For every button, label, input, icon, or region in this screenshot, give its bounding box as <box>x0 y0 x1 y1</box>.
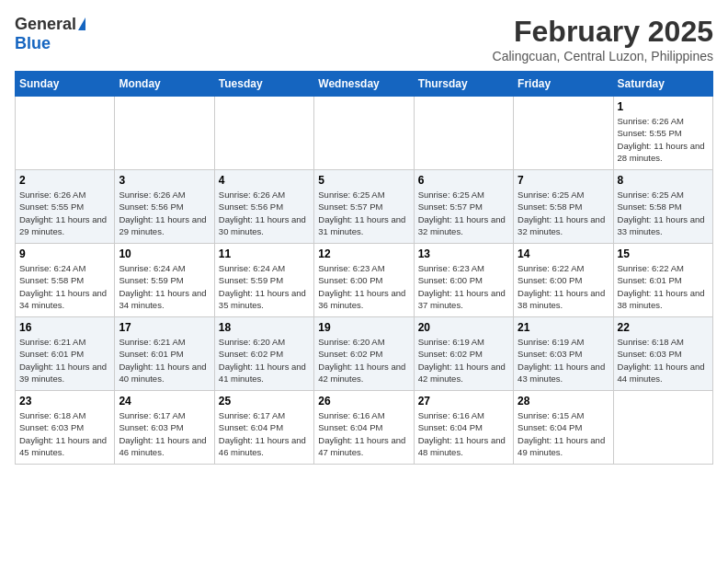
day-number: 21 <box>518 321 609 334</box>
page-header: General Blue February 2025 Calingcuan, C… <box>15 15 713 63</box>
calendar-cell: 6Sunrise: 6:25 AM Sunset: 5:57 PM Daylig… <box>414 170 513 244</box>
calendar-cell: 20Sunrise: 6:19 AM Sunset: 6:02 PM Dayli… <box>414 317 513 391</box>
day-number: 2 <box>19 174 110 187</box>
calendar-cell: 24Sunrise: 6:17 AM Sunset: 6:03 PM Dayli… <box>115 391 214 465</box>
calendar-cell <box>514 97 613 170</box>
month-year-title: February 2025 <box>493 15 713 49</box>
calendar-week-row: 1Sunrise: 6:26 AM Sunset: 5:55 PM Daylig… <box>16 97 713 170</box>
calendar-cell: 1Sunrise: 6:26 AM Sunset: 5:55 PM Daylig… <box>613 97 712 170</box>
calendar-cell: 27Sunrise: 6:16 AM Sunset: 6:04 PM Dayli… <box>414 391 513 465</box>
day-info: Sunrise: 6:25 AM Sunset: 5:58 PM Dayligh… <box>618 189 709 237</box>
day-number: 13 <box>418 247 509 260</box>
day-info: Sunrise: 6:23 AM Sunset: 6:00 PM Dayligh… <box>418 262 509 311</box>
calendar-week-row: 9Sunrise: 6:24 AM Sunset: 5:58 PM Daylig… <box>16 244 713 317</box>
day-number: 15 <box>618 247 709 260</box>
day-info: Sunrise: 6:25 AM Sunset: 5:57 PM Dayligh… <box>418 189 509 237</box>
calendar-cell: 14Sunrise: 6:22 AM Sunset: 6:00 PM Dayli… <box>514 244 613 317</box>
day-info: Sunrise: 6:24 AM Sunset: 5:58 PM Dayligh… <box>19 262 110 311</box>
day-of-week-header: Thursday <box>414 72 513 97</box>
days-of-week-row: SundayMondayTuesdayWednesdayThursdayFrid… <box>16 72 713 97</box>
day-info: Sunrise: 6:21 AM Sunset: 6:01 PM Dayligh… <box>119 336 210 385</box>
day-number: 25 <box>219 395 310 408</box>
day-of-week-header: Saturday <box>613 72 712 97</box>
day-number: 27 <box>418 395 509 408</box>
calendar-table: SundayMondayTuesdayWednesdayThursdayFrid… <box>15 71 713 465</box>
calendar-cell <box>414 97 513 170</box>
day-number: 1 <box>618 100 709 113</box>
day-info: Sunrise: 6:20 AM Sunset: 6:02 PM Dayligh… <box>219 336 310 385</box>
calendar-cell: 25Sunrise: 6:17 AM Sunset: 6:04 PM Dayli… <box>214 391 313 465</box>
day-info: Sunrise: 6:21 AM Sunset: 6:01 PM Dayligh… <box>19 336 110 385</box>
day-of-week-header: Tuesday <box>214 72 313 97</box>
logo-general-text: General <box>15 15 76 34</box>
day-number: 4 <box>219 174 310 187</box>
calendar-cell: 26Sunrise: 6:16 AM Sunset: 6:04 PM Dayli… <box>314 391 414 465</box>
calendar-cell: 15Sunrise: 6:22 AM Sunset: 6:01 PM Dayli… <box>613 244 712 317</box>
calendar-cell: 23Sunrise: 6:18 AM Sunset: 6:03 PM Dayli… <box>16 391 115 465</box>
day-number: 17 <box>119 321 210 334</box>
day-info: Sunrise: 6:22 AM Sunset: 6:00 PM Dayligh… <box>518 262 609 311</box>
calendar-cell: 28Sunrise: 6:15 AM Sunset: 6:04 PM Dayli… <box>514 391 613 465</box>
calendar-cell: 11Sunrise: 6:24 AM Sunset: 5:59 PM Dayli… <box>214 244 313 317</box>
logo-triangle-icon <box>78 17 85 30</box>
day-number: 12 <box>318 247 409 260</box>
calendar-cell: 2Sunrise: 6:26 AM Sunset: 5:55 PM Daylig… <box>16 170 115 244</box>
day-info: Sunrise: 6:25 AM Sunset: 5:57 PM Dayligh… <box>318 189 409 237</box>
day-info: Sunrise: 6:24 AM Sunset: 5:59 PM Dayligh… <box>219 262 310 311</box>
calendar-header: SundayMondayTuesdayWednesdayThursdayFrid… <box>16 72 713 97</box>
day-info: Sunrise: 6:26 AM Sunset: 5:56 PM Dayligh… <box>219 189 310 237</box>
calendar-cell: 4Sunrise: 6:26 AM Sunset: 5:56 PM Daylig… <box>214 170 313 244</box>
calendar-cell: 22Sunrise: 6:18 AM Sunset: 6:03 PM Dayli… <box>613 317 712 391</box>
day-number: 7 <box>518 174 609 187</box>
day-info: Sunrise: 6:15 AM Sunset: 6:04 PM Dayligh… <box>518 409 609 458</box>
day-info: Sunrise: 6:22 AM Sunset: 6:01 PM Dayligh… <box>618 262 709 311</box>
day-info: Sunrise: 6:18 AM Sunset: 6:03 PM Dayligh… <box>19 409 110 458</box>
day-number: 5 <box>318 174 409 187</box>
calendar-cell: 13Sunrise: 6:23 AM Sunset: 6:00 PM Dayli… <box>414 244 513 317</box>
day-number: 3 <box>119 174 210 187</box>
calendar-cell: 9Sunrise: 6:24 AM Sunset: 5:58 PM Daylig… <box>16 244 115 317</box>
day-info: Sunrise: 6:18 AM Sunset: 6:03 PM Dayligh… <box>618 336 709 385</box>
day-info: Sunrise: 6:24 AM Sunset: 5:59 PM Dayligh… <box>119 262 210 311</box>
day-of-week-header: Wednesday <box>314 72 414 97</box>
day-info: Sunrise: 6:26 AM Sunset: 5:55 PM Dayligh… <box>19 189 110 237</box>
day-info: Sunrise: 6:17 AM Sunset: 6:03 PM Dayligh… <box>119 409 210 458</box>
calendar-cell <box>214 97 313 170</box>
day-number: 9 <box>19 247 110 260</box>
day-number: 22 <box>618 321 709 334</box>
day-number: 8 <box>618 174 709 187</box>
day-number: 10 <box>119 247 210 260</box>
day-info: Sunrise: 6:16 AM Sunset: 6:04 PM Dayligh… <box>318 409 409 458</box>
calendar-cell: 17Sunrise: 6:21 AM Sunset: 6:01 PM Dayli… <box>115 317 214 391</box>
day-number: 14 <box>518 247 609 260</box>
calendar-cell: 3Sunrise: 6:26 AM Sunset: 5:56 PM Daylig… <box>115 170 214 244</box>
day-number: 23 <box>19 395 110 408</box>
day-info: Sunrise: 6:26 AM Sunset: 5:55 PM Dayligh… <box>618 115 709 164</box>
day-of-week-header: Sunday <box>16 72 115 97</box>
day-number: 26 <box>318 395 409 408</box>
calendar-cell: 12Sunrise: 6:23 AM Sunset: 6:00 PM Dayli… <box>314 244 414 317</box>
day-number: 11 <box>219 247 310 260</box>
location-subtitle: Calingcuan, Central Luzon, Philippines <box>493 49 713 63</box>
day-number: 16 <box>19 321 110 334</box>
calendar-week-row: 2Sunrise: 6:26 AM Sunset: 5:55 PM Daylig… <box>16 170 713 244</box>
day-info: Sunrise: 6:17 AM Sunset: 6:04 PM Dayligh… <box>219 409 310 458</box>
calendar-cell: 10Sunrise: 6:24 AM Sunset: 5:59 PM Dayli… <box>115 244 214 317</box>
calendar-cell: 21Sunrise: 6:19 AM Sunset: 6:03 PM Dayli… <box>514 317 613 391</box>
calendar-cell: 19Sunrise: 6:20 AM Sunset: 6:02 PM Dayli… <box>314 317 414 391</box>
day-number: 6 <box>418 174 509 187</box>
calendar-week-row: 16Sunrise: 6:21 AM Sunset: 6:01 PM Dayli… <box>16 317 713 391</box>
calendar-cell: 8Sunrise: 6:25 AM Sunset: 5:58 PM Daylig… <box>613 170 712 244</box>
calendar-cell <box>314 97 414 170</box>
calendar-week-row: 23Sunrise: 6:18 AM Sunset: 6:03 PM Dayli… <box>16 391 713 465</box>
day-number: 24 <box>119 395 210 408</box>
day-info: Sunrise: 6:19 AM Sunset: 6:02 PM Dayligh… <box>418 336 509 385</box>
calendar-cell: 7Sunrise: 6:25 AM Sunset: 5:58 PM Daylig… <box>514 170 613 244</box>
calendar-cell <box>613 391 712 465</box>
calendar-cell: 5Sunrise: 6:25 AM Sunset: 5:57 PM Daylig… <box>314 170 414 244</box>
logo: General Blue <box>15 15 85 53</box>
calendar-cell: 16Sunrise: 6:21 AM Sunset: 6:01 PM Dayli… <box>16 317 115 391</box>
day-info: Sunrise: 6:25 AM Sunset: 5:58 PM Dayligh… <box>518 189 609 237</box>
day-info: Sunrise: 6:23 AM Sunset: 6:00 PM Dayligh… <box>318 262 409 311</box>
day-number: 19 <box>318 321 409 334</box>
